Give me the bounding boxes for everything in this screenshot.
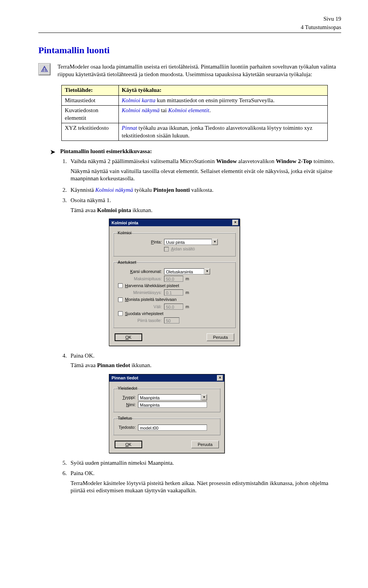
cancel-button[interactable]: Peruuta (191, 441, 219, 448)
example-heading: Pintamallin luonti esimerkkikuvassa: (60, 148, 152, 155)
cell-tool: Pinnat työkalu avaa ikkunan, jonka Tiedo… (118, 123, 328, 141)
group-legend: Yleistiedot (117, 385, 138, 391)
ok-button[interactable]: OK (115, 333, 142, 341)
titlebar[interactable]: Pinnan tiedot × (109, 374, 224, 382)
dialog-kolmioi-pinta: Kolmioi pinta × Kolmioi Pinta: Uusi pint… (109, 219, 240, 346)
group-talletus: Talletus Tiedosto: model.t00 (113, 415, 220, 435)
table-header-source: Tietolähde: (62, 85, 119, 96)
surface-tool-icon (38, 63, 51, 75)
group-legend: Talletus (117, 415, 133, 421)
mini-label: Minimietäisyys: (117, 290, 162, 295)
cancel-button[interactable]: Peruuta (207, 333, 234, 341)
step-text: Osoita näkymä 1. (71, 197, 111, 203)
note-text: ikkunan. (130, 362, 151, 368)
monista-label: Monista pisteitä taiteviivaan (125, 297, 177, 302)
aidan-label: Aidan sisältö (171, 246, 195, 252)
group-asetukset: Asetukset Karsi ulkoreunat: Oletuskarsin… (113, 260, 236, 328)
cell-source: Mittaustiedot (62, 95, 119, 106)
group-legend: Kolmioi (117, 230, 133, 235)
titlebar[interactable]: Kolmioi pinta × (109, 219, 240, 226)
step-text: työkalu (133, 187, 153, 193)
suodata-checkbox[interactable] (118, 311, 123, 316)
step-text: Paina OK. (71, 353, 95, 359)
dialog-title: Pinnan tiedot (112, 375, 138, 381)
chevron-down-icon[interactable]: ▼ (201, 394, 207, 400)
suodata-label: Suodata virhepisteet (125, 311, 163, 316)
harvenna-checkbox[interactable] (118, 283, 123, 288)
karsi-dropdown[interactable]: Oletuskarsinta ▼ (164, 268, 210, 274)
group-kolmioi: Kolmioi Pinta: Uusi pinta ▼ Aidan sisält… (113, 230, 236, 256)
tyyppi-dropdown[interactable]: Maanpinta ▼ (138, 394, 207, 400)
step-6: Paina OK. TerraModeler käsittelee löytyv… (68, 470, 341, 495)
cell-text: työkalu avaa ikkunan, jonka Tiedosto ala… (122, 125, 312, 139)
dialog-pinnan-tiedot: Pinnan tiedot × Yleistiedot Tyyppi: Maan… (109, 374, 225, 453)
chevron-down-icon[interactable]: ▼ (212, 239, 218, 245)
step-4-note: Tämä avaa Pinnan tiedot ikkunan. (71, 362, 341, 369)
example-heading-row: ➤ Pintamallin luonti esimerkkikuvassa: (50, 148, 341, 155)
cell-source: Kuvatiedoston elementit (62, 106, 119, 123)
section-title: Pintamallin luonti (38, 44, 341, 56)
pinta-label: Pinta: (117, 239, 162, 245)
arrow-icon: ➤ (50, 149, 56, 155)
tiedosto-label: Tiedosto: (117, 425, 136, 430)
tiedosto-field[interactable]: model.t00 (138, 425, 207, 431)
tool-name: Kolmioi näkymä (122, 107, 160, 113)
step-3-note: Tämä avaa Kolmioi pinta ikkunan. (71, 207, 341, 214)
note-bold: Kolmioi pinta (97, 207, 131, 213)
tool-name: Kolmioi elementit (168, 107, 209, 113)
step-1-note: Näkymä näyttää vain valituilla tasoilla … (71, 168, 341, 183)
svg-marker-0 (41, 66, 48, 72)
ok-button[interactable]: OK (115, 441, 142, 448)
maksimi-field: 50.0 (164, 276, 183, 282)
tool-name: Kolmioi kartta (122, 97, 156, 103)
step-text: alasvetovalikon (237, 158, 276, 164)
table-row: Kuvatiedoston elementit Kolmioi näkymä t… (62, 106, 328, 123)
step-text: Vaihda näkymä 2 päällimmäiseksi valitsem… (71, 158, 216, 164)
group-yleistiedot: Yleistiedot Tyyppi: Maanpinta ▼ Nimi: Ma… (113, 385, 220, 412)
piirra-field: 50 (164, 317, 179, 323)
tool-source-table: Tietolähde: Käytä työkalua: Mittaustiedo… (61, 85, 328, 141)
pinta-value: Uusi pinta (164, 239, 212, 245)
close-icon[interactable]: × (217, 375, 223, 381)
step-text: Paina OK. (71, 470, 95, 476)
tool-name: Pinnat (122, 125, 137, 131)
cell-tool: Kolmioi kartta kun mittaustiedot on ensi… (118, 95, 328, 106)
unit-m: m (186, 290, 192, 295)
maksimi-label: Maksimipituus: (117, 276, 162, 281)
chapter-label: 4 Tutustumisopas (38, 24, 341, 31)
note-text: ikkunan. (131, 207, 153, 213)
pinta-dropdown[interactable]: Uusi pinta ▼ (164, 239, 218, 245)
footer-paragraph: TerraModeler käsittelee löytyviä pisteit… (71, 480, 341, 495)
tyyppi-value: Maanpinta (138, 394, 201, 400)
karsi-label: Karsi ulkoreunat: (117, 269, 162, 274)
step-text: toiminto. (312, 158, 334, 164)
note-bold: Pinnan tiedot (97, 362, 130, 368)
step-text: Käynnistä (71, 187, 95, 193)
aidan-checkbox (164, 247, 169, 252)
table-header-tool: Käytä työkalua: (118, 85, 328, 96)
unit-m: m (186, 304, 192, 309)
piirra-label: Piirrä tasolle: (117, 318, 162, 323)
chevron-down-icon[interactable]: ▼ (204, 268, 210, 274)
step-2: Käynnistä Kolmioi näkymä työkalu Pintoje… (68, 186, 341, 194)
tool-name: Kolmioi näkymä (95, 187, 133, 193)
table-row: Mittaustiedot Kolmioi kartta kun mittaus… (62, 95, 328, 106)
nimi-field[interactable]: Maanpinta (138, 402, 207, 408)
monista-checkbox[interactable] (118, 297, 123, 302)
step-3: Osoita näkymä 1. Tämä avaa Kolmioi pinta… (68, 197, 341, 346)
table-row: XYZ tekstitiedosto Pinnat työkalu avaa i… (62, 123, 328, 141)
dialog-title: Kolmioi pinta (112, 220, 138, 225)
close-icon[interactable]: × (232, 220, 238, 225)
cell-text: . (209, 107, 211, 113)
mini-field: 0.1 (164, 289, 183, 296)
cell-text: tai (159, 107, 168, 113)
vali-label: Väli: (117, 304, 162, 309)
cell-source: XYZ tekstitiedosto (62, 123, 119, 141)
unit-m: m (186, 276, 192, 281)
step-bold: Window 2-Top (276, 158, 312, 164)
header-rule (38, 33, 341, 33)
tyyppi-label: Tyyppi: (117, 395, 136, 400)
cell-tool: Kolmioi näkymä tai Kolmioi elementit. (118, 106, 328, 123)
harvenna-label: Harvenna lähekkäiset pisteet (125, 283, 179, 288)
step-5: Syötä uuden pintamallin nimeksi Maanpint… (68, 459, 341, 467)
